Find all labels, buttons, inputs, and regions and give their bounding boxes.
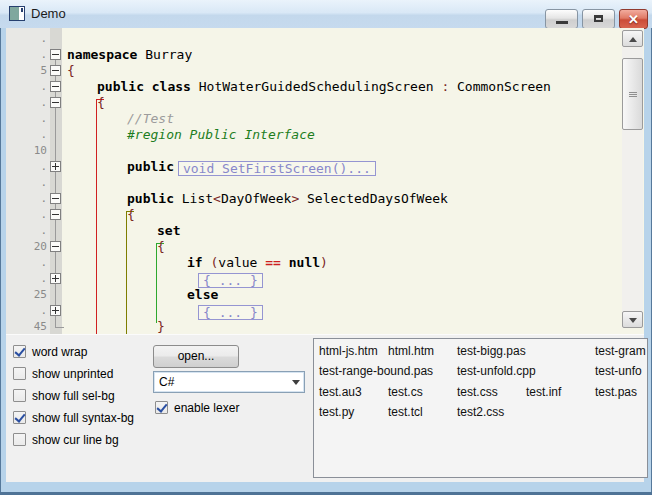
app-window: Demo ✕ ..namespace Burray5{.public class…	[0, 0, 652, 495]
fold-marker[interactable]	[50, 305, 61, 316]
file-list-item[interactable]: test2.css	[457, 403, 504, 421]
file-list-item[interactable]: test.inf	[526, 383, 561, 401]
fold-marker[interactable]	[50, 241, 61, 252]
fold-marker[interactable]	[50, 209, 61, 220]
scrollbar-thumb[interactable]	[622, 58, 643, 130]
app-icon	[9, 6, 25, 21]
code-token: Burray	[137, 47, 192, 62]
folded-block[interactable]: { ... }	[198, 273, 263, 288]
minimize-button[interactable]	[545, 9, 578, 29]
lexer-combobox[interactable]: C#	[153, 371, 305, 393]
maximize-button[interactable]	[582, 9, 615, 29]
line-number: .	[6, 191, 47, 207]
code-token: ==	[265, 255, 281, 270]
checkbox-label: word wrap	[32, 345, 87, 359]
line-number: .	[6, 111, 47, 127]
checkbox-box[interactable]	[13, 367, 26, 380]
line-number: .	[6, 207, 47, 223]
code-token: set	[157, 223, 180, 238]
code-token: namespace	[67, 47, 137, 62]
lexer-combobox-value: C#	[159, 372, 174, 392]
checkbox-box[interactable]	[13, 389, 26, 402]
file-listbox[interactable]: html-js.htmhtml.htmtest-bigg.pastest-gra…	[313, 338, 648, 478]
code-token: if	[187, 255, 203, 270]
line-number: .	[6, 47, 47, 63]
file-list-item[interactable]: test-gram	[595, 342, 646, 360]
code-token: )	[320, 255, 328, 270]
code-line: set	[157, 223, 180, 239]
code-token: #region Public Interface	[127, 127, 315, 142]
code-line: if (value == null)	[187, 255, 328, 271]
fold-marker[interactable]	[50, 65, 61, 76]
checkbox-box[interactable]	[13, 345, 26, 358]
chevron-down-icon	[292, 380, 300, 385]
folded-block[interactable]: { ... }	[198, 305, 263, 320]
code-token: {	[67, 63, 75, 78]
options-panel: word wrapshow unprintedshow full sel-bgs…	[6, 334, 644, 482]
code-line: {	[97, 95, 105, 111]
line-number: .	[6, 127, 47, 143]
line-number: .	[6, 303, 47, 319]
fold-marker[interactable]	[50, 49, 61, 60]
fold-marker[interactable]	[50, 193, 61, 204]
code-token: public class	[97, 79, 191, 94]
close-button[interactable]: ✕	[619, 9, 648, 29]
code-line: public List<DayOfWeek> SelectedDaysOfWee…	[127, 191, 448, 207]
file-list-item[interactable]: test-range-bound.pas	[319, 362, 433, 380]
file-list-item[interactable]: test.css	[457, 383, 498, 401]
fold-marker[interactable]	[50, 161, 61, 172]
scroll-up-icon	[629, 37, 637, 42]
line-number: .	[6, 79, 47, 95]
code-line: { ... }	[187, 303, 263, 319]
code-line: #region Public Interface	[127, 127, 315, 143]
scope-line	[156, 243, 157, 323]
code-line: { ... }	[187, 271, 263, 287]
code-token: null	[289, 255, 320, 270]
file-list-item[interactable]: test-unfo	[595, 362, 642, 380]
line-number: .	[6, 255, 47, 271]
code-token: else	[187, 287, 218, 302]
scroll-down-button[interactable]	[622, 311, 643, 328]
file-list-item[interactable]: test.py	[319, 403, 354, 421]
scope-line	[126, 211, 127, 334]
fold-marker[interactable]	[50, 97, 61, 108]
checkbox-box[interactable]	[13, 411, 26, 424]
code-line: namespace Burray	[67, 47, 192, 63]
code-line: publicvoid SetFirstScreen()...	[127, 159, 376, 175]
file-list-item[interactable]: test.tcl	[388, 403, 423, 421]
code-token: public	[127, 191, 182, 206]
vertical-scrollbar[interactable]	[622, 30, 643, 328]
line-number: .	[6, 271, 47, 287]
code-token: DayOfWeek	[221, 191, 291, 206]
file-list-item[interactable]: html.htm	[388, 342, 434, 360]
code-token: HotWaterGuidedSchedulingScreen	[191, 79, 441, 94]
file-list-item[interactable]: test.pas	[595, 383, 637, 401]
line-number: 5	[6, 63, 47, 79]
thumb-grip-icon	[629, 92, 637, 93]
file-list-item[interactable]: test-bigg.pas	[457, 342, 526, 360]
fold-marker[interactable]	[50, 81, 61, 92]
fold-end-tick	[55, 327, 64, 328]
line-number: .	[6, 159, 47, 175]
fold-marker[interactable]	[50, 273, 61, 284]
open-button[interactable]: open...	[153, 345, 239, 368]
code-editor[interactable]: ..namespace Burray5{.public class HotWat…	[6, 28, 644, 334]
code-line: public class HotWaterGuidedSchedulingScr…	[97, 79, 551, 95]
file-list-item[interactable]: test.cs	[388, 383, 423, 401]
code-line: {	[157, 239, 165, 255]
line-number: .	[6, 175, 47, 191]
line-number: 10	[6, 143, 47, 159]
scope-line	[96, 99, 97, 334]
file-list-item[interactable]: test.au3	[319, 383, 362, 401]
folded-block[interactable]: void SetFirstScreen()...	[178, 161, 376, 176]
checkbox-box[interactable]	[13, 433, 26, 446]
checkbox-label: show full syntax-bg	[32, 411, 134, 425]
checkbox-label: show unprinted	[32, 367, 113, 381]
file-list-item[interactable]: test-unfold.cpp	[457, 362, 536, 380]
window-title: Demo	[31, 0, 66, 28]
file-list-item[interactable]: html-js.htm	[319, 342, 378, 360]
scroll-up-button[interactable]	[622, 30, 643, 47]
line-number: .	[6, 223, 47, 239]
line-number: .	[6, 95, 47, 111]
checkbox-box[interactable]	[155, 401, 168, 414]
